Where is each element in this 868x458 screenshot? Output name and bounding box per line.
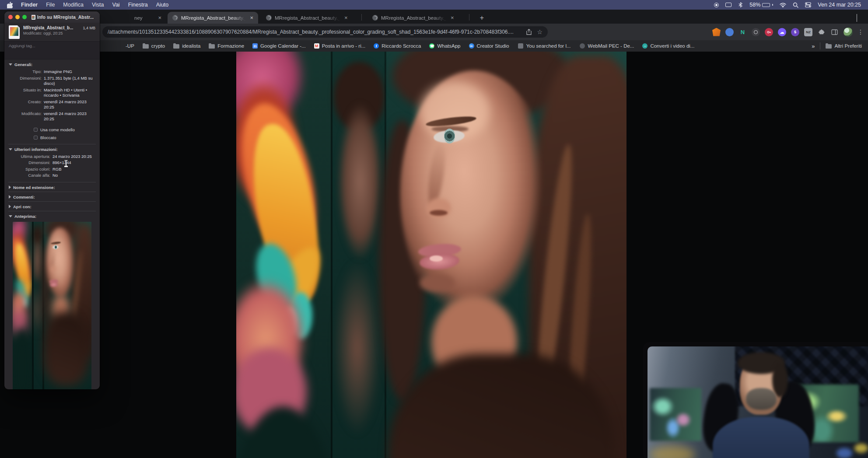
info-row: Spazio colori:RGB [8,166,96,173]
bookmark-item[interactable]: crypto [143,43,165,49]
zoom-traffic-light[interactable] [22,15,27,19]
section-ulteriori-informazioni[interactable]: Ulteriori informazioni: [8,144,96,154]
section-anteprima[interactable]: Anteprima: [8,211,96,220]
bookmark-item[interactable]: ☎ WhatsApp [429,43,460,49]
bookmark-label: crypto [151,43,165,49]
finder-info-window: Info su MRregista_Abstr... MRregista_Abs… [4,11,100,389]
tab-close-icon[interactable]: × [249,15,254,21]
section-commenti[interactable]: Commenti: [8,192,96,201]
info-row: Creato:venerdì 24 marzo 2023 20:25 [8,99,96,111]
bookmark-item[interactable]: ∞ Creator Studio [469,43,509,49]
bookmark-label: idealista [182,43,200,49]
png-file-icon [9,25,20,39]
bookmark-item[interactable]: WebMail PEC - De... [579,43,634,49]
minimize-traffic-light[interactable] [15,15,20,19]
address-bar[interactable]: /attachments/1013512335442333816/1088906… [102,26,548,38]
tab-close-icon[interactable]: × [450,15,455,21]
dark-circle-extension-icon[interactable] [752,28,760,36]
control-center-icon[interactable] [805,1,811,8]
bookmark-star-icon[interactable]: ☆ [537,28,542,35]
bokeh-light [836,448,852,458]
background-monitor-left [650,388,701,441]
menubar-item-file[interactable]: File [46,2,55,8]
share-icon[interactable] [526,29,532,35]
menubar-item-vista[interactable]: Vista [92,2,104,8]
n-extension-icon[interactable]: N [738,28,747,36]
wifi-icon[interactable] [780,1,786,8]
globe-favicon-icon [172,15,178,21]
puzzle-extensions-icon[interactable] [817,28,826,36]
bookmark-label: Creator Studio [477,43,509,49]
tab-partial-title: ney [109,15,154,21]
google-calendar-icon: 31 [252,43,258,49]
browser-toolbar: /attachments/1013512335442333816/1088906… [0,24,868,40]
bluetooth-icon[interactable] [738,1,743,8]
close-traffic-light[interactable] [8,15,13,19]
tab-active-title: MRregista_Abstract_beauty._ [181,15,246,21]
add-tags-field[interactable]: Aggiungi tag... [4,41,100,59]
bookmark-label: Google Calendar -... [260,43,306,49]
strip-body-shape [334,260,381,436]
bookmark-label: You searched for l... [526,43,571,49]
bookmarks-overflow-chevron[interactable]: » [812,43,815,49]
menubar-app-name[interactable]: Finder [21,2,38,8]
cloud-extension-icon[interactable]: ☁ [778,28,786,36]
section-generali[interactable]: Generali: [8,59,96,69]
bookmark-label: Converti i video di... [650,43,694,49]
file-size: 1,4 MB [83,26,95,30]
new-tab-button[interactable]: + [477,13,487,23]
info-row: Modificato:venerdì 24 marzo 2023 20:25 [8,111,96,122]
menubar-item-finestra[interactable]: Finestra [128,2,148,8]
bookmark-item[interactable]: f Riccardo Scrocca [374,43,421,49]
locked-checkbox[interactable]: Bloccato [34,135,96,140]
template-checkbox[interactable]: Usa come modello [34,127,96,132]
file-header: MRregista_Abstract_b... 1,4 MB Modificat… [4,23,100,41]
tab-close-icon[interactable]: × [157,15,162,21]
gmail-icon: M [314,43,319,49]
metamask-extension-icon[interactable] [712,28,721,36]
section-nome-ed-estensione[interactable]: Nome ed estensione: [8,182,96,192]
wallet-extension-icon[interactable] [725,28,734,36]
tab-close-icon[interactable]: × [343,15,349,21]
info-window-title: Info su MRregista_Abstr... [37,14,94,20]
info-row: Ultima apertura:24 marzo 2023 20:25 [8,154,96,160]
bookmark-item[interactable]: M Posta in arrivo - ri... [314,43,366,49]
nz-extension-icon[interactable]: NZ [804,28,812,36]
spotlight-search-icon[interactable] [793,1,798,8]
bookmark-label: Posta in arrivo - ri... [322,43,366,49]
bookmark-item[interactable]: ~ Converti i video di... [642,43,694,49]
bookmark-item[interactable]: You searched for l... [518,43,571,49]
tab-3[interactable]: MRregista_Abstract_beauty._ × [368,12,460,24]
strip-face-shape [338,102,383,260]
browser-menu-icon[interactable]: ⋮ [858,28,864,35]
tab-strip: ney × MRregista_Abstract_beauty._ × MRre… [0,10,868,24]
tab-active[interactable]: MRregista_Abstract_beauty._ × [168,12,258,24]
side-panel-icon[interactable] [830,28,839,36]
bokeh-light [854,444,868,453]
display-mirroring-icon[interactable] [725,1,732,8]
menubar-item-modifica[interactable]: Modifica [63,2,84,8]
menubar-item-vai[interactable]: Vai [112,2,119,8]
screen-record-icon[interactable] [714,1,719,8]
bookmark-item[interactable]: Formazione [209,43,244,49]
profile-avatar[interactable] [844,28,853,37]
section-apri-con[interactable]: Apri con: [8,202,96,211]
extensions-row: N ☁ $ NZ ⋮ [712,26,864,38]
bookmark-item[interactable]: 31 Google Calendar -... [252,43,306,49]
coin-extension-icon[interactable]: $ [791,28,799,36]
disclosure-closed-icon [9,205,11,208]
menubar-item-aiuto[interactable]: Aiuto [156,2,169,8]
battery-status[interactable]: 58% [749,2,773,8]
menubar-clock[interactable]: Ven 24 mar 20:25 [818,2,861,8]
bookmark-item[interactable]: -UP [126,43,134,49]
bookmark-item[interactable]: idealista [173,43,200,49]
desk-light-glow [650,446,695,458]
apple-menu-icon[interactable] [7,2,13,8]
tab-partial[interactable]: ney × [104,12,166,24]
viewed-image[interactable] [236,52,626,458]
other-favorites-button[interactable]: Altri Preferiti [826,43,862,49]
key-extension-icon[interactable] [765,28,773,36]
tab-search-chevron-icon[interactable] [857,14,863,18]
tab-2[interactable]: MRregista_Abstract_beauty._ × [261,12,353,24]
info-window-titlebar[interactable]: Info su MRregista_Abstr... [4,11,100,23]
